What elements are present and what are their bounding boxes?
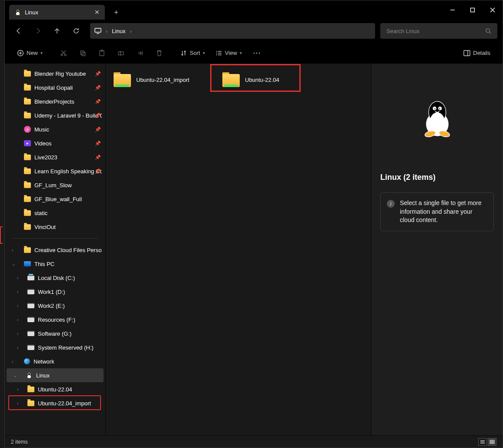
- delete-button[interactable]: [151, 45, 168, 61]
- svg-rect-17: [80, 51, 84, 54]
- window-tab[interactable]: Linux ✕: [9, 5, 105, 20]
- svg-point-30: [256, 52, 257, 53]
- back-button[interactable]: [10, 23, 27, 39]
- expand-icon[interactable]: ›: [12, 248, 13, 253]
- chevron-down-icon: ▾: [203, 51, 205, 55]
- sidebar-tree-item[interactable]: ›System Reserved (H:): [5, 340, 105, 354]
- status-text: 2 items: [11, 439, 28, 445]
- expand-icon[interactable]: ›: [17, 387, 18, 392]
- maximize-button[interactable]: [463, 3, 483, 17]
- folder-icon: [24, 224, 31, 230]
- folder-icon: [24, 210, 31, 216]
- folder-icon: [24, 247, 31, 253]
- more-button[interactable]: [248, 45, 265, 61]
- sidebar-tree-item[interactable]: ›Ubuntu-22.04_import: [5, 396, 105, 410]
- expand-icon[interactable]: ›: [12, 359, 13, 364]
- expand-icon[interactable]: ›: [17, 331, 18, 336]
- share-button[interactable]: [131, 45, 149, 61]
- details-icon: [463, 50, 470, 56]
- sidebar-item-label: GF_Blue_wall_Full: [34, 196, 82, 202]
- sidebar-tree-item[interactable]: ›Network: [5, 354, 105, 368]
- sidebar-item-label: Ubuntu-22.04_import: [38, 400, 91, 407]
- minimize-button[interactable]: [443, 3, 463, 17]
- sidebar-tree-item[interactable]: ›Work1 (D:): [5, 285, 105, 299]
- expand-icon[interactable]: ⌄: [12, 262, 15, 266]
- folder-icon: [222, 72, 240, 87]
- expand-icon[interactable]: ›: [17, 317, 18, 322]
- folder-item[interactable]: Ubuntu-22.04: [220, 68, 324, 91]
- sidebar-tree-item[interactable]: ›Resources (F:): [5, 313, 105, 327]
- sidebar-tree-item[interactable]: ⌄Linux: [7, 368, 104, 382]
- expand-icon[interactable]: ⌄: [13, 373, 17, 378]
- breadcrumb-item[interactable]: Linux: [112, 28, 125, 34]
- drive-icon: [27, 345, 34, 350]
- sidebar-item[interactable]: Live2023📌: [5, 150, 105, 164]
- new-button[interactable]: New ▾: [13, 45, 47, 61]
- sidebar-item[interactable]: ♪Music📌: [5, 122, 105, 136]
- folder-icon: [24, 196, 31, 202]
- svg-point-34: [28, 373, 30, 375]
- sidebar-item-label: Network: [34, 358, 54, 365]
- details-pane-button[interactable]: Details: [459, 45, 495, 61]
- svg-line-9: [490, 32, 491, 34]
- pin-icon: 📌: [95, 99, 101, 104]
- paste-button[interactable]: [93, 45, 111, 61]
- sidebar-tree-item[interactable]: ›Work2 (E:): [5, 299, 105, 313]
- new-tab-button[interactable]: ＋: [113, 8, 120, 17]
- sort-button[interactable]: Sort ▾: [176, 45, 209, 61]
- chevron-down-icon: ▾: [240, 51, 242, 55]
- sidebar-item[interactable]: Hospital Gopali📌: [5, 81, 105, 94]
- folder-label: Ubuntu-22.04: [245, 77, 279, 83]
- sidebar-item[interactable]: Blender Rig Youtube📌: [5, 67, 105, 81]
- pin-icon: 📌: [95, 113, 101, 118]
- sidebar-item[interactable]: GF_Blue_wall_Full: [5, 192, 105, 206]
- expand-icon[interactable]: ›: [17, 276, 18, 280]
- sidebar-item[interactable]: ▸Videos📌: [5, 136, 105, 150]
- sidebar-tree-item[interactable]: ›Creative Cloud Files Personal A: [5, 243, 105, 257]
- view-list-toggle[interactable]: [478, 438, 487, 446]
- sidebar-item[interactable]: Udemy - Laravel 9 - Build C📌: [5, 108, 105, 122]
- svg-point-42: [439, 108, 440, 110]
- sidebar-item-label: Creative Cloud Files Personal A: [34, 247, 102, 253]
- sidebar-item[interactable]: GF_Lum_Slow: [5, 178, 105, 192]
- svg-rect-21: [118, 52, 124, 55]
- sidebar-item[interactable]: static: [5, 206, 105, 220]
- expand-icon[interactable]: ›: [17, 401, 18, 406]
- expand-icon[interactable]: ›: [17, 290, 18, 294]
- content-area[interactable]: Ubuntu-22.04_importUbuntu-22.04: [106, 64, 371, 435]
- chevron-right-icon: ›: [130, 28, 131, 34]
- sidebar-tree-item[interactable]: ⌄This PC: [5, 257, 105, 271]
- status-bar: 2 items: [5, 435, 503, 448]
- sidebar-tree-item[interactable]: ›Local Disk (C:): [5, 271, 105, 285]
- view-grid-toggle[interactable]: [488, 438, 496, 446]
- sidebar-item-label: static: [34, 210, 47, 216]
- expand-icon[interactable]: ›: [17, 345, 18, 350]
- folder-item[interactable]: Ubuntu-22.04_import: [111, 68, 215, 91]
- sidebar-tree-item[interactable]: ›Software (G:): [5, 327, 105, 340]
- search-box[interactable]: Search Linux: [380, 23, 497, 39]
- chevron-down-icon: ▾: [40, 51, 43, 55]
- sidebar-item[interactable]: Learn English Speaking Cou📌: [5, 164, 105, 178]
- cut-button[interactable]: [55, 45, 72, 61]
- svg-rect-6: [95, 28, 101, 32]
- copy-button[interactable]: [74, 45, 91, 61]
- forward-button[interactable]: [29, 23, 47, 39]
- refresh-button[interactable]: [67, 23, 85, 39]
- address-bar[interactable]: › Linux ›: [90, 23, 375, 39]
- rename-button[interactable]: [112, 45, 130, 61]
- close-tab-icon[interactable]: ✕: [94, 9, 100, 16]
- sidebar-item-label: Linux: [36, 372, 50, 379]
- view-button[interactable]: View ▾: [211, 45, 246, 61]
- sidebar-item[interactable]: VinciOut: [5, 220, 105, 234]
- expand-icon[interactable]: ›: [17, 303, 18, 308]
- drive-icon: [27, 289, 34, 294]
- info-icon: i: [387, 200, 395, 208]
- up-button[interactable]: [48, 23, 66, 39]
- close-window-button[interactable]: [483, 3, 503, 17]
- svg-point-43: [424, 130, 436, 138]
- search-placeholder: Search Linux: [386, 28, 419, 34]
- sidebar-item[interactable]: BlenderProjects📌: [5, 94, 105, 108]
- pin-icon: 📌: [95, 141, 101, 146]
- chevron-right-icon: ›: [106, 28, 107, 34]
- sidebar-tree-item[interactable]: ›Ubuntu-22.04: [5, 382, 105, 396]
